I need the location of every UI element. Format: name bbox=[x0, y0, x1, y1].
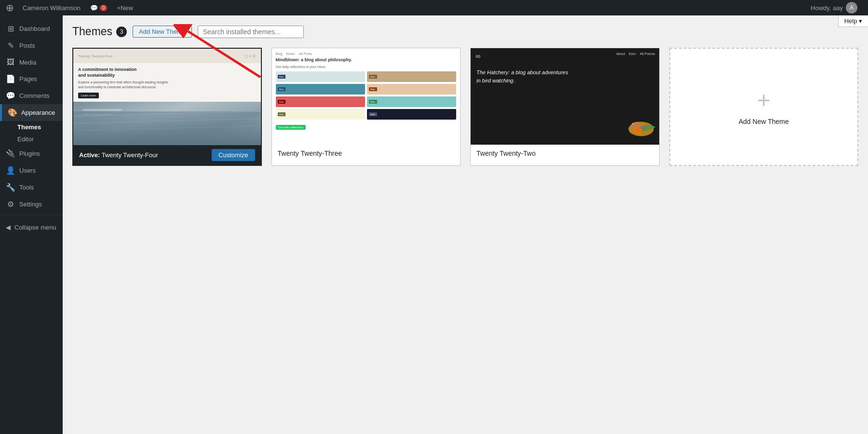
search-input[interactable] bbox=[198, 26, 304, 38]
themes-count-badge: 3 bbox=[116, 27, 127, 37]
avatar: A bbox=[846, 2, 857, 14]
themes-grid: Twenty Twenty-Four ◻ ≡ ⊡ A commitment to… bbox=[72, 48, 858, 166]
sidebar-item-settings[interactable]: ⚙ Settings bbox=[0, 196, 63, 213]
add-new-theme-card[interactable]: + Add New Theme bbox=[669, 48, 859, 166]
admin-bar: ⊕ Cameron Williamson 💬 0 + New Howdy, aa… bbox=[0, 0, 868, 15]
main-content: Help ▾ Themes 3 Add New Theme bbox=[63, 15, 868, 434]
sidebar-item-posts[interactable]: ✎ Posts bbox=[0, 37, 63, 54]
sidebar: ⊞ Dashboard ✎ Posts 🖼 Media 📄 Pages 💬 Co… bbox=[0, 15, 63, 434]
adminbar-right: Howdy, aay A bbox=[806, 2, 862, 14]
pages-icon: 📄 bbox=[6, 74, 15, 83]
settings-icon: ⚙ bbox=[6, 200, 15, 209]
page-title: Themes 3 bbox=[72, 25, 127, 38]
theme-card-twentytwentytwo[interactable]: ∞ AboutEarnAll Poems The Hatchery: a blo… bbox=[470, 48, 660, 166]
help-button[interactable]: Help ▾ bbox=[838, 15, 868, 27]
svg-point-11 bbox=[632, 124, 633, 125]
adminbar-howdy[interactable]: Howdy, aay A bbox=[806, 2, 862, 14]
collapse-menu-button[interactable]: ◀ Collapse menu bbox=[0, 220, 63, 235]
sidebar-item-appearance[interactable]: 🎨 Appearance bbox=[0, 104, 63, 121]
customize-button[interactable]: Customize bbox=[212, 149, 255, 161]
sidebar-item-tools[interactable]: 🔧 Tools bbox=[0, 179, 63, 196]
sidebar-sub-editor[interactable]: Editor bbox=[0, 133, 63, 145]
appearance-icon: 🎨 bbox=[8, 108, 17, 117]
wp-logo[interactable]: ⊕ bbox=[6, 2, 14, 14]
sidebar-item-dashboard[interactable]: ⊞ Dashboard bbox=[0, 20, 63, 37]
adminbar-new[interactable]: + New bbox=[112, 0, 138, 15]
adminbar-comments[interactable]: 💬 0 bbox=[85, 0, 112, 15]
sidebar-sub-themes[interactable]: Themes bbox=[0, 121, 63, 133]
tools-icon: 🔧 bbox=[6, 183, 15, 192]
plugins-icon: 🔌 bbox=[6, 149, 15, 158]
sidebar-divider bbox=[0, 215, 63, 215]
sidebar-item-media[interactable]: 🖼 Media bbox=[0, 54, 63, 70]
theme-active-bar: Active: Twenty Twenty-Four Customize bbox=[73, 145, 261, 165]
svg-point-9 bbox=[634, 127, 642, 135]
sidebar-item-pages[interactable]: 📄 Pages bbox=[0, 70, 63, 87]
plus-icon: + bbox=[757, 89, 771, 112]
sidebar-item-users[interactable]: 👤 Users bbox=[0, 162, 63, 179]
theme-preview-twentytwentytwo: ∞ AboutEarnAll Poems The Hatchery: a blo… bbox=[471, 48, 659, 145]
collapse-icon: ◀ bbox=[6, 224, 11, 231]
adminbar-site-name[interactable]: Cameron Williamson bbox=[18, 0, 85, 15]
bird-illustration bbox=[616, 106, 659, 145]
theme-info-twentytwentythree: Twenty Twenty-Three bbox=[272, 145, 461, 162]
sidebar-item-comments[interactable]: 💬 Comments bbox=[0, 87, 63, 104]
themes-header: Themes 3 Add New Theme bbox=[72, 25, 858, 38]
add-new-theme-button[interactable]: Add New Theme bbox=[133, 26, 192, 38]
dashboard-icon: ⊞ bbox=[6, 24, 15, 33]
comments-icon: 💬 bbox=[6, 91, 15, 100]
theme-preview-twentytwentythree: BlogNotesAll Posts Mindblown: a blog abo… bbox=[272, 48, 461, 145]
media-icon: 🖼 bbox=[6, 58, 15, 67]
theme-info-twentytwentytwo: Twenty Twenty-Two bbox=[471, 145, 659, 162]
sidebar-item-plugins[interactable]: 🔌 Plugins bbox=[0, 145, 63, 162]
theme-card-twentytwentyfour[interactable]: Twenty Twenty-Four ◻ ≡ ⊡ A commitment to… bbox=[72, 48, 262, 166]
users-icon: 👤 bbox=[6, 166, 15, 175]
posts-icon: ✎ bbox=[6, 41, 15, 50]
theme-preview-twentytwentyfour: Twenty Twenty-Four ◻ ≡ ⊡ A commitment to… bbox=[73, 49, 261, 145]
theme-card-twentytwentythree[interactable]: BlogNotesAll Posts Mindblown: a blog abo… bbox=[271, 48, 461, 166]
